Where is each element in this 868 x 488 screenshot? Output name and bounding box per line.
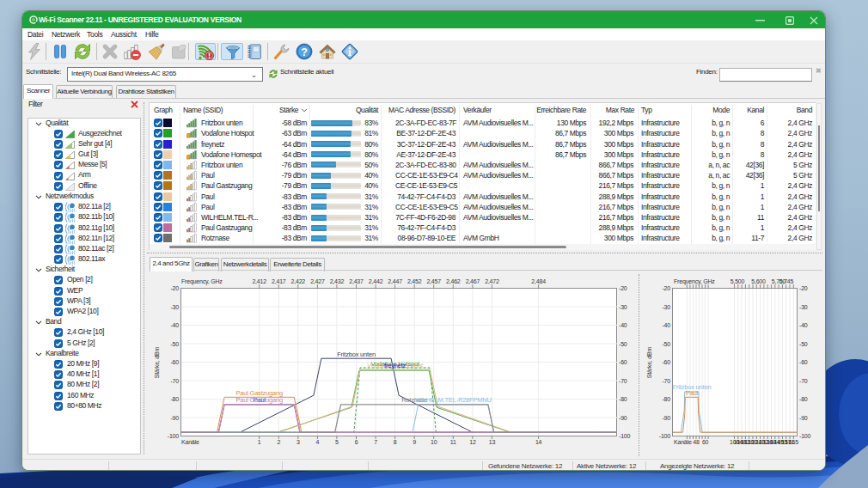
svg-text:-20: -20 bbox=[170, 285, 179, 291]
svg-text:2: 2 bbox=[277, 439, 280, 445]
svg-text:-20: -20 bbox=[619, 285, 627, 291]
svg-text:2,437: 2,437 bbox=[349, 278, 364, 284]
svg-text:Kanäle: Kanäle bbox=[674, 439, 692, 445]
svg-text:60: 60 bbox=[702, 439, 709, 445]
svg-text:9: 9 bbox=[413, 439, 416, 445]
svg-text:-90: -90 bbox=[619, 415, 627, 421]
svg-text:-90: -90 bbox=[799, 415, 808, 421]
svg-text:freynetz: freynetz bbox=[384, 362, 406, 369]
svg-text:2,467: 2,467 bbox=[466, 278, 480, 284]
svg-text:5: 5 bbox=[335, 439, 339, 445]
svg-text:Stärke, dBm: Stärke, dBm bbox=[154, 346, 160, 378]
svg-text:2,472: 2,472 bbox=[485, 278, 499, 284]
svg-text:-70: -70 bbox=[662, 378, 670, 384]
svg-text:?: ? bbox=[301, 46, 307, 58]
svg-text:-90: -90 bbox=[170, 415, 179, 421]
svg-text:WILHELM.TEL-R28FPMNU: WILHELM.TEL-R28FPMNU bbox=[415, 396, 492, 404]
svg-text:7: 7 bbox=[374, 439, 377, 445]
svg-text:13: 13 bbox=[489, 439, 496, 445]
svg-text:-50: -50 bbox=[619, 341, 627, 347]
svg-text:-40: -40 bbox=[662, 322, 670, 328]
svg-text:Kanäle: Kanäle bbox=[181, 439, 199, 445]
svg-text:-20: -20 bbox=[662, 285, 670, 291]
svg-text:1: 1 bbox=[258, 439, 261, 445]
svg-text:-80: -80 bbox=[619, 396, 627, 402]
svg-text:-50: -50 bbox=[662, 341, 670, 347]
svg-text:Paul: Paul bbox=[686, 389, 699, 397]
svg-text:5,500: 5,500 bbox=[730, 278, 745, 284]
svg-text:2,484: 2,484 bbox=[531, 278, 546, 284]
svg-text:-100: -100 bbox=[619, 433, 631, 439]
svg-text:Frequency, GHz: Frequency, GHz bbox=[674, 278, 715, 285]
svg-text:-100: -100 bbox=[659, 433, 671, 439]
svg-text:Paul: Paul bbox=[254, 396, 266, 404]
svg-text:2,442: 2,442 bbox=[369, 278, 383, 284]
svg-text:-70: -70 bbox=[799, 378, 808, 384]
svg-text:-30: -30 bbox=[619, 304, 627, 310]
svg-text:2,412: 2,412 bbox=[252, 278, 266, 284]
svg-text:-60: -60 bbox=[619, 359, 627, 365]
svg-text:2,452: 2,452 bbox=[407, 278, 422, 284]
svg-text:-60: -60 bbox=[662, 359, 670, 365]
svg-text:-20: -20 bbox=[799, 285, 808, 291]
svg-text:-80: -80 bbox=[662, 396, 670, 402]
svg-text:11: 11 bbox=[450, 439, 456, 445]
svg-text:10: 10 bbox=[431, 439, 437, 445]
svg-text:Frequency, GHz: Frequency, GHz bbox=[181, 278, 223, 285]
svg-text:2,427: 2,427 bbox=[310, 278, 325, 284]
svg-text:5,600: 5,600 bbox=[751, 278, 766, 284]
svg-text:3: 3 bbox=[296, 439, 300, 445]
svg-text:-60: -60 bbox=[170, 359, 179, 365]
svg-text:4: 4 bbox=[316, 439, 320, 445]
svg-text:165: 165 bbox=[789, 439, 798, 445]
svg-text:2,457: 2,457 bbox=[426, 278, 441, 284]
svg-text:-50: -50 bbox=[799, 341, 808, 347]
svg-text:14: 14 bbox=[535, 439, 542, 445]
svg-text:Stärke, dBm: Stärke, dBm bbox=[646, 346, 652, 378]
svg-text:2,462: 2,462 bbox=[446, 278, 461, 284]
svg-text:48: 48 bbox=[693, 439, 700, 445]
svg-text:2,417: 2,417 bbox=[272, 278, 286, 284]
svg-text:-70: -70 bbox=[619, 378, 627, 384]
svg-text:-60: -60 bbox=[799, 359, 808, 365]
svg-text:Fritzbox unten: Fritzbox unten bbox=[337, 351, 376, 358]
svg-text:5,745: 5,745 bbox=[779, 278, 794, 284]
svg-text:8: 8 bbox=[394, 439, 397, 445]
svg-text:-40: -40 bbox=[619, 322, 627, 328]
svg-text:-50: -50 bbox=[170, 341, 179, 347]
svg-text:2,422: 2,422 bbox=[291, 278, 306, 284]
svg-text:-100: -100 bbox=[799, 433, 811, 439]
svg-text:-30: -30 bbox=[799, 304, 808, 310]
svg-text:-70: -70 bbox=[170, 378, 179, 384]
svg-text:-30: -30 bbox=[170, 304, 179, 310]
svg-text:-100: -100 bbox=[168, 433, 180, 439]
svg-text:-40: -40 bbox=[170, 322, 179, 328]
svg-text:-40: -40 bbox=[799, 322, 808, 328]
svg-text:2,447: 2,447 bbox=[388, 278, 402, 284]
svg-text:-90: -90 bbox=[662, 415, 670, 421]
svg-text:-30: -30 bbox=[662, 304, 670, 310]
svg-text:-80: -80 bbox=[170, 396, 179, 402]
svg-text:12: 12 bbox=[469, 439, 476, 445]
svg-text:6: 6 bbox=[355, 439, 358, 445]
svg-text:-80: -80 bbox=[799, 396, 808, 402]
svg-text:2,432: 2,432 bbox=[330, 278, 345, 284]
